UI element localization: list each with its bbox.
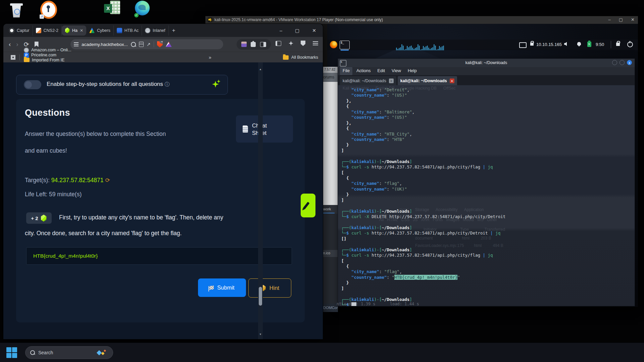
terminal-maximize-button[interactable] (620, 60, 625, 65)
start-button[interactable] (6, 347, 17, 358)
terminal-line: }, (341, 120, 635, 126)
target-refresh-icon[interactable]: ⟳ (105, 177, 110, 184)
all-bookmarks-button[interactable]: All Bookmarks (283, 55, 318, 60)
terminal-line: ] (341, 198, 635, 203)
terminal-tab-close-icon[interactable]: x (450, 79, 454, 83)
terminal-line: { (341, 264, 635, 269)
recycle-bin-icon[interactable] (10, 1, 23, 18)
back-button[interactable]: ‹ (9, 41, 11, 48)
firefox-icon[interactable] (330, 41, 337, 48)
scroll-up-arrow[interactable]: ▲ (258, 68, 263, 71)
bookmarks-overflow-chevron[interactable]: » (209, 55, 211, 60)
reload-button[interactable]: ⟳ (24, 41, 29, 48)
terminal-content[interactable]: "city_name": "Detroit", "country_name": … (338, 85, 635, 306)
vmware-minimize-button[interactable]: – (608, 17, 611, 22)
leo-ai-icon[interactable] (289, 41, 293, 46)
browser-tab-ha[interactable]: Ha✕ (62, 25, 86, 36)
terminal-close-button[interactable]: x (627, 60, 632, 65)
brave-shield-icon[interactable]: 4 (157, 41, 163, 48)
page-scrollbar[interactable]: ▲ ▼ (258, 62, 263, 339)
profile-avatar-icon[interactable] (241, 42, 247, 47)
terminal-launcher-icon[interactable]: $_ (340, 41, 350, 49)
flag-answer-input[interactable]: HTB{crud_4p!_m4n!pul4t0r} (26, 247, 292, 265)
power-icon[interactable] (627, 42, 633, 47)
display-icon[interactable] (519, 42, 527, 48)
terminal-line: "city_name": "Baltimore", (341, 109, 635, 115)
terminal-line: "city_name": "flag", (341, 269, 635, 274)
extensions-puzzle-icon[interactable] (251, 42, 256, 47)
zoom-icon[interactable] (131, 42, 136, 47)
terminal-menu-view[interactable]: View (389, 67, 404, 75)
submit-button[interactable]: Submit (198, 278, 246, 297)
ai-sparkle-icon[interactable] (212, 80, 221, 89)
kali-clock[interactable]: 9:50 (596, 42, 604, 47)
browser-tab-htb-ac[interactable]: HTB Ac (114, 25, 142, 36)
terminal-line: "city_name": "HTB_City", (341, 132, 635, 137)
url-text[interactable]: academy.hackthebox... (82, 42, 128, 47)
terminal-line: }, (341, 98, 635, 104)
terminal-titlebar[interactable]: $ kali@kali: ~/Downloads x (338, 59, 635, 67)
browser-minimize-button[interactable]: – (280, 28, 282, 33)
brave-rewards-icon[interactable]: 1 (166, 42, 172, 47)
terminal-menu-edit[interactable]: Edit (375, 67, 388, 75)
terminal-tab-label: kali@kali: ~/Downloads (343, 79, 386, 83)
sidebar-icon[interactable] (260, 42, 266, 47)
scroll-down-arrow[interactable]: ▼ (258, 333, 263, 336)
hint-button[interactable]: Hint (248, 278, 291, 298)
privacy-shield-icon[interactable] (301, 41, 305, 46)
terminal-tab-label: kali@kali: ~/Downloads (400, 79, 447, 83)
feedback-pencil-button[interactable] (301, 194, 315, 217)
new-tab-button[interactable]: + (172, 27, 176, 34)
bookmark-ribbon-icon[interactable] (35, 42, 39, 47)
tab-close-icon[interactable]: ✕ (80, 28, 83, 33)
bookmark-imported-from-ie[interactable]: Imported From IE (24, 58, 71, 62)
notifications-bell-icon[interactable] (577, 42, 581, 45)
target-value[interactable]: 94.237.57.82:54871 (51, 177, 104, 184)
browser-tab-inlanef[interactable]: Inlanef (142, 25, 169, 36)
browser-tab-captur[interactable]: Captur (6, 25, 33, 36)
bookmark-amazon-com-onli-[interactable]: Amazon.com – Onli... (24, 48, 71, 53)
terminal-tab[interactable]: kali@kali: ~/Downloadsx (398, 76, 457, 85)
terminal-tab-close-icon[interactable]: x (389, 79, 394, 83)
terminal-line: ] (341, 148, 635, 153)
cheat-sheet-button[interactable]: Cheat Sheet (236, 115, 293, 143)
apps-grid-icon[interactable] (11, 55, 15, 60)
address-bar[interactable]: academy.hackthebox... ↗ 4 1 (70, 39, 223, 49)
taskbar-search[interactable]: Search (25, 346, 113, 359)
document-icon (243, 125, 248, 133)
terminal-tab[interactable]: kali@kali: ~/Downloadsx (340, 76, 396, 85)
terminal-menu-help[interactable]: Help (405, 67, 419, 75)
terminal-menu-actions[interactable]: Actions (354, 67, 374, 75)
browser-maximize-button[interactable]: ▢ (295, 28, 299, 33)
terminal-minimize-button[interactable] (612, 60, 617, 65)
excel-file-icon[interactable]: X (104, 1, 120, 19)
desktop: ↗ X ✓ kali-linux-2025.1c-vmware-amd64 - … (0, 0, 644, 362)
volume-icon[interactable] (564, 42, 567, 46)
reading-list-icon[interactable] (139, 42, 144, 47)
terminal-menu-file[interactable]: File (340, 67, 352, 75)
vmware-maximize-button[interactable]: ▢ (619, 17, 623, 22)
vmware-close-button[interactable]: ✕ (631, 17, 635, 22)
share-icon[interactable]: ↗ (147, 42, 151, 47)
lock-screen-icon[interactable] (616, 43, 620, 46)
browser-close-button[interactable]: ✕ (312, 28, 316, 33)
tab-label: HTB Ac (125, 28, 139, 33)
browser-tab-cns2-2[interactable]: CNS2-2 (33, 25, 62, 36)
step-solutions-card: Enable step-by-step solutions for all qu… (16, 75, 228, 95)
scrollbar-thumb[interactable] (259, 287, 262, 306)
vmware-titlebar[interactable]: kali-linux-2025.1c-vmware-amd64 - VMware… (205, 16, 638, 24)
browser-tabstrip: CapturCNS2-2Ha✕CybersHTB AcInlanef+ (3, 24, 323, 37)
menu-hamburger-icon[interactable] (313, 41, 318, 45)
devtools-network-tab-fragment[interactable]: work (323, 205, 338, 214)
info-icon[interactable]: ⓘ (165, 81, 170, 87)
solutions-toggle[interactable] (24, 80, 41, 89)
edge-desktop-icon[interactable]: ✓ (135, 1, 150, 17)
site-settings-icon[interactable] (74, 42, 79, 46)
openvpn-icon[interactable]: ↗ (40, 1, 56, 19)
bookmark-priceline-com[interactable]: PPriceline.com (24, 53, 71, 58)
vm-firefox-url-fragment: 7.57.82 (323, 67, 338, 73)
forward-button[interactable]: › (16, 41, 18, 48)
terminal-line: } (341, 280, 635, 286)
browser-tab-cybers[interactable]: Cybers (86, 25, 114, 36)
vertical-tabs-icon[interactable] (276, 41, 281, 46)
